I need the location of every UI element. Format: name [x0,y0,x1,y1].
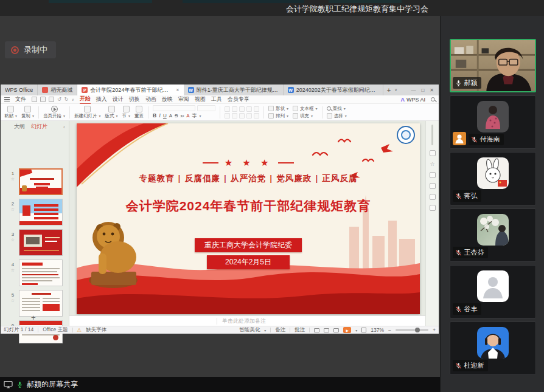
new-tab-button[interactable]: + [387,86,391,94]
shadow-button[interactable]: A [169,113,172,119]
slideshow-play-button[interactable]: ▶ [343,327,351,333]
side-tool-icon[interactable] [430,172,436,178]
menu-icon[interactable] [4,97,10,101]
wps-ai-button[interactable]: A WPS AI [400,97,425,103]
tab-slides[interactable]: 幻灯片 [31,123,47,131]
menu-insert[interactable]: 插入 [96,95,107,103]
favorites-icon[interactable]: ☆ [430,161,434,167]
menu-tools[interactable]: 工具 [211,95,222,103]
slide-thumbnail-1[interactable] [19,168,63,195]
maximize-button[interactable]: □ [421,88,424,93]
menu-transition[interactable]: 切换 [129,95,140,103]
close-tab-icon[interactable]: × [176,87,179,93]
canvas-scrollbar[interactable] [431,125,433,145]
participant-tile-jianghong[interactable]: 蒋弘 [450,152,536,205]
reset-button[interactable]: 重置 [134,106,144,119]
sharer-mic-icon[interactable] [16,381,23,388]
sorter-view-icon[interactable] [324,328,329,332]
collapse-panel-icon[interactable]: ‹ [63,124,65,130]
arrange-button[interactable]: 排列▾ [268,113,288,119]
new-slide-button[interactable]: 新建幻灯片▾ [74,106,101,119]
side-tool-icon[interactable] [430,150,436,156]
tab-list-chevron[interactable]: ∨ [394,88,397,92]
tab-doc-1[interactable]: W 附件1-重庆工商大学干部纪律规矩... [184,84,284,95]
highlight-button[interactable]: 字 [192,112,197,119]
layout-button[interactable]: 版式▾ [105,106,118,119]
participant-tile-wangxingfen[interactable]: 王杏芬 [450,208,536,262]
participant-tile-fuhainan[interactable]: 付海南 [450,95,536,149]
menu-view[interactable]: 视图 [195,95,206,103]
menu-file[interactable]: 文件 [15,95,26,103]
quick-access-chevron[interactable]: ∨ [71,97,74,101]
notes-button[interactable]: 备注 [275,326,285,334]
menu-review[interactable]: 审阅 [178,95,189,103]
slide-thumbnail-5[interactable] [19,290,63,317]
undo-icon[interactable]: ↺ [57,97,61,102]
align-center-icon[interactable] [232,113,237,119]
notes-pane[interactable]: 单击此处添加备注 [69,315,425,326]
add-slide-button[interactable]: + [31,313,36,322]
beautify-button[interactable]: 智能美化 [239,326,260,334]
numbering-icon[interactable] [232,106,237,112]
menu-design[interactable]: 设计 [113,95,124,103]
recording-indicator[interactable]: 录制中 [5,41,56,58]
indent-more-icon[interactable] [246,106,252,112]
bullets-icon[interactable] [225,106,230,112]
copy-button[interactable]: 复制▾ [21,106,34,119]
zoom-level[interactable]: 137% [371,327,384,333]
participant-tile-gufeng[interactable]: 谷丰 [450,265,536,318]
fill-button[interactable]: 填充▾ [293,113,318,119]
zoom-slider-knob[interactable] [415,328,420,332]
textbox-button[interactable]: 文本框▾ [293,106,318,112]
slide-thumbnail-3[interactable] [19,229,63,256]
shape-button[interactable]: 形状▾ [268,106,288,112]
zoom-slider[interactable] [396,329,428,331]
font-name-select[interactable] [153,105,195,111]
play-from-current-button[interactable]: 当页开始▾ [43,106,65,119]
strike-button[interactable]: S [175,113,178,119]
zoom-out-button[interactable]: − [388,327,391,333]
font-color-button[interactable]: A [186,113,189,119]
slide-thumbnail-4[interactable] [19,260,63,286]
columns-icon[interactable] [254,113,259,119]
menu-slideshow[interactable]: 放映 [162,95,173,103]
close-window-button[interactable]: ✕ [430,88,434,93]
search-icon[interactable] [431,97,435,101]
tab-doc-2[interactable]: W 20240202关于春节寒假期间纪律... [284,84,383,95]
align-left-icon[interactable] [225,113,230,119]
save-icon[interactable] [32,97,37,102]
fullscreen-icon[interactable] [361,328,366,332]
normal-view-icon[interactable] [314,328,319,332]
tab-wps-home[interactable]: W WPS Office [1,84,38,95]
tab-presentation-active[interactable]: P 会计学院2024年春节前干部纪律规... × [77,84,183,95]
participant-tile-haoying[interactable]: 郝颍 [450,39,536,92]
indent-less-icon[interactable] [239,106,245,112]
participant-tile-duyingxin[interactable]: 杜迎新 [450,322,536,375]
menu-home[interactable]: 开始 [80,95,91,105]
slide-canvas[interactable]: ★ ★ ★ 专题教育 | 反腐倡廉 | 从严治党 | 党风廉政 | 正风反腐 会… [69,121,425,326]
tab-docer[interactable]: 稻壳商城 [38,84,77,95]
theme-name[interactable]: Office 主题 [43,326,68,334]
tab-outline[interactable]: 大纲 [14,123,25,131]
font-size-select[interactable] [197,105,215,111]
justify-icon[interactable] [246,113,252,119]
menu-member[interactable]: 会员专享 [228,95,249,103]
side-tool-icon[interactable] [430,183,436,189]
underline-button[interactable]: U [163,113,167,119]
line-spacing-icon[interactable] [254,106,259,112]
print-icon[interactable] [40,97,46,102]
redo-icon[interactable]: ↻ [65,97,69,102]
preview-icon[interactable] [49,97,54,102]
zoom-in-button[interactable]: + [433,327,436,333]
italic-button[interactable]: I [159,113,161,119]
find-button[interactable]: 查找▾ [327,106,347,112]
slide-thumbnail-2[interactable] [19,199,63,225]
minimize-button[interactable]: — [411,88,416,93]
align-right-icon[interactable] [239,113,245,119]
section-button[interactable]: 节▾ [122,106,131,119]
menu-animation[interactable]: 动画 [145,95,156,103]
paste-button[interactable]: 粘贴▾ [4,106,17,119]
reading-view-icon[interactable] [333,328,339,332]
missing-font-warning[interactable]: 缺失字体 [86,326,106,334]
select-button[interactable]: 选择▾ [327,113,347,119]
